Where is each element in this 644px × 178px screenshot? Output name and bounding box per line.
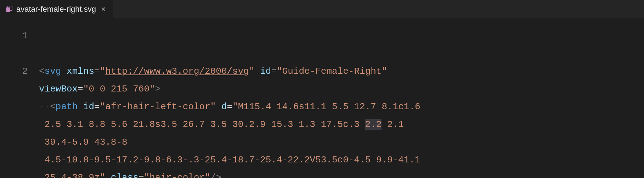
tab-bar: avatar-female-right.svg × <box>0 0 644 18</box>
code-line: 39.4-5.9 43.8-8 <box>39 133 644 151</box>
code-content[interactable]: <svg xmlns="http://www.w3.org/2000/svg" … <box>39 18 644 178</box>
whitespace-dots: ·· <box>39 101 50 112</box>
code-line: <svg xmlns="http://www.w3.org/2000/svg" … <box>39 62 644 80</box>
highlighted-text: 2.2 <box>365 119 382 130</box>
indent-guide <box>39 36 39 160</box>
close-icon[interactable]: × <box>100 5 107 14</box>
line-number: 2 <box>0 62 28 80</box>
code-line: viewBox="0 0 215 760"> <box>39 80 644 98</box>
svg-file-icon <box>5 5 13 13</box>
code-line: 25.4-38.9z" class="hair-color"/> <box>39 169 644 178</box>
tab-filename: avatar-female-right.svg <box>16 5 96 14</box>
code-editor[interactable]: 1 2 <svg xmlns="http://www.w3.org/2000/s… <box>0 18 644 178</box>
code-line: 4.5-10.8-9.5-17.2-9.8-6.3-.3-25.4-18.7-2… <box>39 151 644 169</box>
editor-tab-active[interactable]: avatar-female-right.svg × <box>0 0 113 18</box>
xmlns-url-link[interactable]: http://www.w3.org/2000/svg <box>105 66 249 77</box>
code-line: ··<path id="afr-hair-left-color" d="M115… <box>39 98 644 116</box>
line-number-gutter: 1 2 <box>0 18 39 178</box>
line-number: 1 <box>0 27 28 45</box>
code-line: 2.5 3.1 8.8 5.6 21.8s3.5 26.7 3.5 30.2.9… <box>39 116 644 133</box>
